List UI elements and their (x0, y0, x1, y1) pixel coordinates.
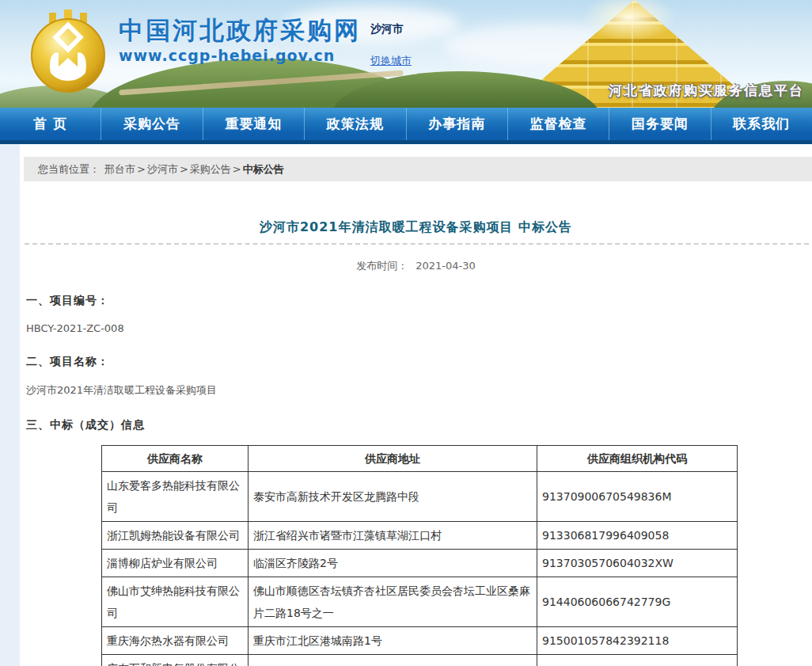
main-column: 您当前位置： 邢台市 > 沙河市 > 采购公告 > 中标公告 沙河市2021年清… (20, 144, 812, 666)
current-city-label: 沙河市 (370, 22, 442, 36)
page: 中国河北政府采购网 www.ccgp-hebei.gov.cn 沙河市 切换城市… (0, 0, 812, 666)
breadcrumb-separator: > (137, 163, 146, 175)
section-heading-project-name: 二、项目名称： (26, 355, 812, 369)
content-area: 您当前位置： 邢台市 > 沙河市 > 采购公告 > 中标公告 沙河市2021年清… (0, 144, 812, 666)
table-row: 重庆海尔热水器有限公司重庆市江北区港城南路1号91500105784239211… (102, 627, 738, 655)
supplier-address-cell: 临淄区齐陵路2号 (249, 550, 537, 577)
supplier-name-cell: 佛山市艾绅热能科技有限公司 (102, 577, 249, 627)
site-name: 中国河北政府采购网 (119, 16, 361, 45)
header-banner: 中国河北政府采购网 www.ccgp-hebei.gov.cn 沙河市 切换城市… (0, 0, 812, 108)
project-name-value: 沙河市2021年清洁取暖工程设备采购项目 (26, 383, 812, 398)
nav-item-contact[interactable]: 联系我们 (711, 108, 812, 140)
nav-item-state-news[interactable]: 国务要闻 (609, 108, 711, 140)
table-row: 佛山市艾绅热能科技有限公司佛山市顺德区杏坛镇齐杏社区居民委员会杏坛工业区桑麻片二… (102, 577, 738, 627)
table-header-row: 供应商名称 供应商地址 供应商组织机构代码 (102, 446, 738, 472)
supplier-code-cell: 91370900670549836M (537, 472, 738, 522)
article-body: 一、项目编号： HBCY-2021-ZC-008 二、项目名称： 沙河市2021… (26, 294, 812, 666)
supplier-address-cell: 重庆市江北区港城南路1号 (249, 627, 537, 655)
supplier-code-cell: 913306817996409058 (537, 522, 738, 550)
supplier-name-cell: 浙江凯姆热能设备有限公司 (102, 522, 249, 550)
nav-item-supervision[interactable]: 监督检查 (508, 108, 609, 140)
nav-item-important-notices[interactable]: 重要通知 (203, 108, 305, 140)
table-row: 淄博柳店炉业有限公司临淄区齐陵路2号9137030570604032XW (102, 550, 738, 577)
section-heading-project-number: 一、项目编号： (26, 294, 812, 308)
left-side-strip (0, 144, 20, 666)
breadcrumb-prefix: 您当前位置： (38, 162, 100, 177)
site-logo-icon (27, 10, 109, 95)
publish-date-label: 发布时间： (356, 260, 408, 272)
supplier-name-cell: 重庆海尔热水器有限公司 (102, 627, 249, 655)
nav-item-home[interactable]: 首 页 (0, 108, 101, 140)
nav-item-procurement-notices[interactable]: 采购公告 (101, 108, 203, 140)
supplier-name-cell: 山东爱客多热能科技有限公司 (102, 472, 249, 522)
site-url: www.ccgp-hebei.gov.cn (119, 47, 361, 64)
city-selector: 沙河市 切换城市 (370, 22, 442, 68)
supplier-table: 供应商名称 供应商地址 供应商组织机构代码 山东爱客多热能科技有限公司泰安市高新… (101, 445, 738, 666)
supplier-code-cell: 9137030570604032XW (537, 550, 738, 577)
breadcrumb-segment-city-xingtai[interactable]: 邢台市 (104, 162, 135, 177)
supplier-name-cell: 淄博柳店炉业有限公司 (102, 550, 249, 577)
supplier-name-cell: 广东万和新电气股份有限公司 (102, 655, 249, 666)
switch-city-link[interactable]: 切换城市 (370, 54, 412, 68)
table-row: 山东爱客多热能科技有限公司泰安市高新技术开发区龙腾路中段913709006705… (102, 472, 738, 522)
table-row: 广东万和新电气股份有限公司佛山市顺德高新区（容桂）建业中路13号91440606… (102, 655, 738, 666)
supplier-address-cell: 浙江省绍兴市诸暨市江藻镇草湖江口村 (249, 522, 537, 550)
dashed-divider (25, 243, 809, 245)
nav-item-service-guide[interactable]: 办事指南 (407, 108, 508, 140)
col-header-supplier-org-code: 供应商组织机构代码 (537, 446, 738, 472)
publish-line: 发布时间： 2021-04-30 (20, 259, 812, 273)
breadcrumb-segment-city-shahe[interactable]: 沙河市 (147, 162, 178, 177)
supplier-code-cell: 9144060675647330XL (537, 655, 738, 666)
breadcrumb-separator: > (233, 163, 241, 175)
col-header-supplier-address: 供应商地址 (249, 446, 537, 472)
supplier-table-body: 山东爱客多热能科技有限公司泰安市高新技术开发区龙腾路中段913709006705… (102, 472, 738, 666)
section-heading-award-info: 三、中标（成交）信息 (26, 418, 812, 432)
nav-item-policies[interactable]: 政策法规 (305, 108, 406, 140)
supplier-code-cell: 91440606066742779G (537, 577, 738, 627)
platform-tagline: 河北省政府购买服务信息平台 (609, 82, 804, 100)
supplier-address-cell: 佛山市顺德高新区（容桂）建业中路13号 (249, 655, 537, 666)
table-row: 浙江凯姆热能设备有限公司浙江省绍兴市诸暨市江藻镇草湖江口村91330681799… (102, 522, 738, 550)
breadcrumb-current: 中标公告 (243, 162, 284, 177)
announcement-title: 沙河市2021年清洁取暖工程设备采购项目 中标公告 (20, 219, 812, 236)
publish-date-value: 2021-04-30 (415, 260, 476, 272)
project-number-value: HBCY-2021-ZC-008 (26, 322, 812, 334)
breadcrumb: 您当前位置： 邢台市 > 沙河市 > 采购公告 > 中标公告 (24, 157, 812, 181)
main-nav: 首 页 采购公告 重要通知 政策法规 办事指南 监督检查 国务要闻 联系我们 (0, 108, 812, 144)
supplier-code-cell: 915001057842392118 (537, 627, 738, 655)
supplier-address-cell: 佛山市顺德区杏坛镇齐杏社区居民委员会杏坛工业区桑麻片二路18号之一 (249, 577, 537, 627)
pyramid-glow (582, 0, 677, 41)
supplier-address-cell: 泰安市高新技术开发区龙腾路中段 (249, 472, 537, 522)
breadcrumb-segment-procurement-notices[interactable]: 采购公告 (190, 162, 231, 177)
breadcrumb-separator: > (180, 163, 188, 175)
site-title-block: 中国河北政府采购网 www.ccgp-hebei.gov.cn (119, 16, 361, 64)
col-header-supplier-name: 供应商名称 (102, 446, 249, 472)
